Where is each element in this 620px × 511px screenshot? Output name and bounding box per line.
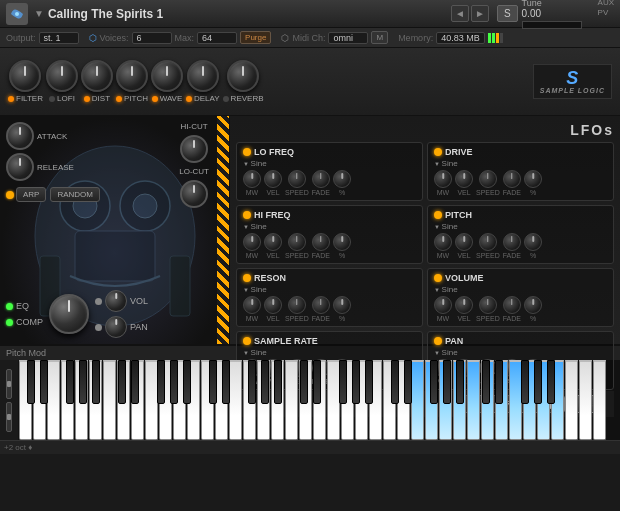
- filter-knob[interactable]: [9, 60, 41, 92]
- lfo-led-pitch[interactable]: [434, 211, 442, 219]
- mod-wheel-slider[interactable]: [6, 402, 12, 432]
- black-key[interactable]: [183, 360, 191, 404]
- black-key[interactable]: [274, 360, 282, 404]
- black-key[interactable]: [456, 360, 464, 404]
- black-key[interactable]: [157, 360, 165, 404]
- lfo-vel-knob-hifreq[interactable]: [264, 233, 282, 251]
- black-key[interactable]: [118, 360, 126, 404]
- black-key[interactable]: [482, 360, 490, 404]
- pan-knob[interactable]: [105, 316, 127, 338]
- lfo-mw-knob-pitch[interactable]: [434, 233, 452, 251]
- lfo-mw-knob-hifreq[interactable]: [243, 233, 261, 251]
- output-value[interactable]: st. 1: [39, 32, 79, 44]
- lfo-led-reson[interactable]: [243, 274, 251, 282]
- lfo-sine-lofreq[interactable]: Sine: [243, 159, 416, 168]
- lfo-sine-pan[interactable]: Sine: [434, 348, 607, 357]
- white-key[interactable]: [579, 360, 592, 440]
- lfo-fade-knob-hifreq[interactable]: [312, 233, 330, 251]
- pitch-bend-slider[interactable]: [6, 369, 12, 399]
- lofi-led[interactable]: [49, 96, 55, 102]
- black-key[interactable]: [248, 360, 256, 404]
- lfo-led-volume[interactable]: [434, 274, 442, 282]
- black-key[interactable]: [547, 360, 555, 404]
- black-key[interactable]: [313, 360, 321, 404]
- lfo-fade-knob-lofreq[interactable]: [312, 170, 330, 188]
- lfo-led-drive[interactable]: [434, 148, 442, 156]
- random-button[interactable]: RANDOM: [50, 187, 100, 202]
- midi-value[interactable]: omni: [328, 32, 368, 44]
- white-key[interactable]: [411, 360, 424, 440]
- lfo-speed-knob-volume[interactable]: [479, 296, 497, 314]
- lfo-sine-pitch[interactable]: Sine: [434, 222, 607, 231]
- black-key[interactable]: [209, 360, 217, 404]
- white-key[interactable]: [145, 360, 158, 440]
- black-key[interactable]: [404, 360, 412, 404]
- lfo-pct-knob-drive[interactable]: [524, 170, 542, 188]
- white-key[interactable]: [229, 360, 242, 440]
- black-key[interactable]: [430, 360, 438, 404]
- white-key[interactable]: [285, 360, 298, 440]
- lfo-pct-knob-reson[interactable]: [333, 296, 351, 314]
- release-knob[interactable]: [6, 153, 34, 181]
- vol-knob[interactable]: [105, 290, 127, 312]
- delay-led[interactable]: [186, 96, 192, 102]
- arp-led[interactable]: [6, 191, 14, 199]
- lfo-vel-knob-drive[interactable]: [455, 170, 473, 188]
- lfo-pct-knob-pitch[interactable]: [524, 233, 542, 251]
- nav-prev-button[interactable]: ◄: [451, 5, 469, 22]
- lfo-mw-knob-drive[interactable]: [434, 170, 452, 188]
- lfo-mw-knob-reson[interactable]: [243, 296, 261, 314]
- lfo-fade-knob-drive[interactable]: [503, 170, 521, 188]
- delay-knob[interactable]: [187, 60, 219, 92]
- lfo-led-pan[interactable]: [434, 337, 442, 345]
- black-key[interactable]: [261, 360, 269, 404]
- white-key[interactable]: [103, 360, 116, 440]
- lfo-led-lofreq[interactable]: [243, 148, 251, 156]
- main-knob[interactable]: [49, 294, 89, 334]
- lfo-led-hifreq[interactable]: [243, 211, 251, 219]
- pitch-led[interactable]: [116, 96, 122, 102]
- lfo-fade-knob-volume[interactable]: [503, 296, 521, 314]
- dist-knob[interactable]: [81, 60, 113, 92]
- black-key[interactable]: [27, 360, 35, 404]
- white-key[interactable]: [47, 360, 60, 440]
- lfo-vel-knob-pitch[interactable]: [455, 233, 473, 251]
- nav-next-button[interactable]: ►: [471, 5, 489, 22]
- lfo-fade-knob-pitch[interactable]: [503, 233, 521, 251]
- lfo-vel-knob-volume[interactable]: [455, 296, 473, 314]
- black-key[interactable]: [66, 360, 74, 404]
- lfo-sine-drive[interactable]: Sine: [434, 159, 607, 168]
- black-key[interactable]: [365, 360, 373, 404]
- black-key[interactable]: [92, 360, 100, 404]
- white-key[interactable]: [509, 360, 522, 440]
- lfo-sine-volume[interactable]: Sine: [434, 285, 607, 294]
- lfo-fade-knob-reson[interactable]: [312, 296, 330, 314]
- black-key[interactable]: [170, 360, 178, 404]
- black-key[interactable]: [521, 360, 529, 404]
- black-key[interactable]: [352, 360, 360, 404]
- white-key[interactable]: [593, 360, 606, 440]
- lfo-vel-knob-reson[interactable]: [264, 296, 282, 314]
- m-button[interactable]: M: [371, 31, 388, 44]
- black-key[interactable]: [534, 360, 542, 404]
- lfo-led-samplerate[interactable]: [243, 337, 251, 345]
- lfo-speed-knob-reson[interactable]: [288, 296, 306, 314]
- lfo-pct-knob-lofreq[interactable]: [333, 170, 351, 188]
- eq-led[interactable]: [6, 303, 13, 310]
- lofi-knob[interactable]: [46, 60, 78, 92]
- lfo-sine-samplerate[interactable]: Sine: [243, 348, 416, 357]
- black-key[interactable]: [222, 360, 230, 404]
- lfo-speed-knob-lofreq[interactable]: [288, 170, 306, 188]
- lfo-mw-knob-lofreq[interactable]: [243, 170, 261, 188]
- wave-knob[interactable]: [151, 60, 183, 92]
- black-key[interactable]: [495, 360, 503, 404]
- black-key[interactable]: [443, 360, 451, 404]
- black-key[interactable]: [391, 360, 399, 404]
- pitch-knob[interactable]: [116, 60, 148, 92]
- hicut-knob[interactable]: [180, 135, 208, 163]
- attack-knob[interactable]: [6, 122, 34, 150]
- s-button[interactable]: S: [497, 5, 518, 22]
- lfo-sine-reson[interactable]: Sine: [243, 285, 416, 294]
- black-key[interactable]: [131, 360, 139, 404]
- comp-led[interactable]: [6, 319, 13, 326]
